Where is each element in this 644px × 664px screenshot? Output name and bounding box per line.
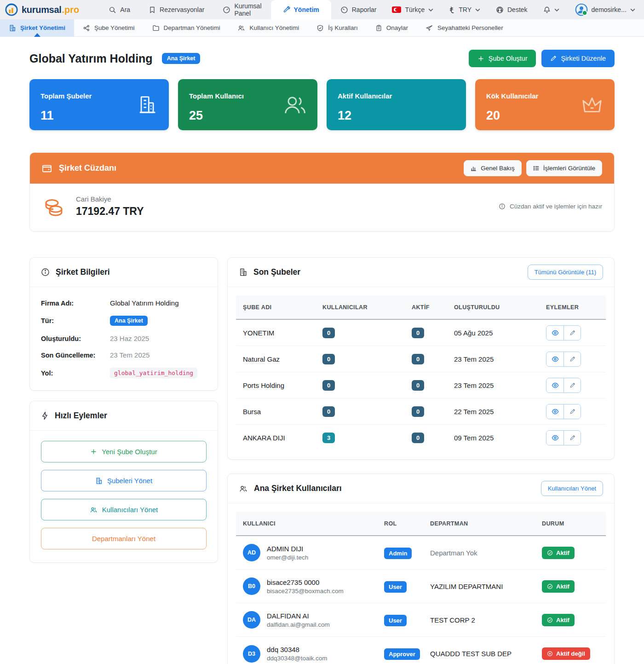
chevron-down-icon — [475, 8, 480, 12]
nav-corporate-panel[interactable]: Kurumsal Panel — [213, 0, 270, 19]
branch-users-count: 0 — [322, 380, 335, 391]
language-selector[interactable]: Türkçe — [385, 0, 440, 19]
brand-suffix: .pro — [62, 5, 80, 15]
role-badge: User — [384, 581, 407, 593]
subnav-business-rules[interactable]: İş Kuralları — [308, 19, 367, 36]
wallet-title: Şirket Cüzdanı — [59, 163, 116, 173]
view-branch-button[interactable] — [546, 352, 564, 366]
view-branch-button[interactable] — [546, 431, 564, 445]
company-info-title: Şirket Bilgileri — [56, 267, 110, 277]
edit-branch-button[interactable] — [564, 404, 581, 419]
check-circle-icon — [547, 550, 553, 556]
building-icon — [95, 477, 103, 485]
branch-row: Ports Holding 0 0 23 Tem 2025 — [236, 372, 606, 398]
view-all-branches-button[interactable]: Tümünü Görüntüle (11) — [528, 265, 603, 280]
plus-icon — [477, 55, 484, 62]
manage-users-button[interactable]: Kullanıcıları Yönet — [541, 481, 603, 496]
edit-branch-button[interactable] — [564, 326, 581, 340]
user-name: DALFIDAN AI — [267, 612, 330, 620]
branch-active-count: 0 — [412, 328, 424, 338]
user-department: QUADDD TEST SUB DEP — [430, 650, 512, 658]
create-branch-button[interactable]: Şube Oluştur — [469, 50, 536, 67]
nav-management[interactable]: Yönetim — [271, 0, 331, 19]
chevron-down-icon — [554, 8, 559, 12]
nav-reservations[interactable]: Rezervasyonlar — [139, 0, 213, 19]
building-icon — [135, 93, 159, 117]
folder-icon — [152, 24, 160, 32]
quick-actions-card: Hızlı Eylemler Yeni Şube Oluştur Şubeler… — [29, 401, 218, 563]
notifications-bell[interactable] — [537, 0, 566, 19]
chevron-down-icon — [428, 8, 433, 12]
wallet-overview-button[interactable]: Genel Bakış — [464, 160, 522, 176]
created-date-value: 23 Haz 2025 — [110, 335, 149, 342]
check-circle-icon — [547, 583, 553, 589]
currency-selector[interactable]: TRY — [443, 0, 487, 19]
branch-created-date: 23 Tem 2025 — [454, 381, 546, 389]
users-icon — [90, 506, 98, 514]
subnav-department-management[interactable]: Departman Yönetimi — [144, 19, 229, 36]
sub-navbar: Şirket Yönetimi Şube Yönetimi Departman … — [0, 19, 644, 37]
role-badge: Admin — [384, 548, 412, 559]
view-branch-button[interactable] — [546, 326, 564, 340]
avatar: D3 — [243, 645, 260, 663]
quick-actions-title: Hızlı Eylemler — [55, 411, 107, 421]
quick-manage-departments-button[interactable]: Departmanları Yönet — [41, 528, 207, 549]
users-table-header: KULLANICI ROL DEPARTMAN DURUM — [236, 512, 606, 536]
user-email: omer@diji.tech — [267, 554, 308, 561]
subnav-user-management[interactable]: Kullanıcı Yönetimi — [229, 19, 308, 36]
user-menu[interactable]: demosirke... — [569, 0, 642, 19]
company-users-title: Ana Şirket Kullanıcıları — [254, 484, 342, 493]
user-name: ddq 30348 — [267, 646, 328, 653]
view-branch-button[interactable] — [546, 378, 564, 393]
edit-branch-button[interactable] — [564, 431, 581, 445]
balance-value: 17192.47 TRY — [76, 205, 144, 218]
nav-reports[interactable]: Raporlar — [331, 0, 386, 19]
lightning-icon — [41, 411, 49, 420]
updated-date-value: 23 Tem 2025 — [110, 351, 150, 359]
branch-created-date: 22 Tem 2025 — [454, 408, 546, 416]
branch-active-count: 0 — [412, 380, 424, 391]
support-link[interactable]: Destek — [489, 0, 534, 19]
stat-root-users: Kök Kullanıcılar 20 — [475, 79, 615, 130]
company-users-card: Ana Şirket Kullanıcıları Kullanıcıları Y… — [227, 473, 615, 664]
branch-active-count: 0 — [412, 354, 424, 364]
branch-name: ANKARA DIJI — [236, 434, 322, 442]
wallet-status-note: Cüzdan aktif ve işlemler için hazır — [510, 203, 602, 210]
status-badge: Aktif değil — [542, 647, 590, 660]
subnav-company-management[interactable]: Şirket Yönetimi — [0, 19, 74, 36]
crown-icon — [580, 94, 604, 116]
subnav-traveling-personnel[interactable]: Seyahatteki Personeller — [417, 19, 512, 36]
quick-manage-branches-button[interactable]: Şubeleri Yönet — [41, 470, 207, 491]
edit-company-button[interactable]: Şirketi Düzenle — [541, 50, 615, 67]
subnav-branch-management[interactable]: Şube Yönetimi — [74, 19, 144, 36]
users-icon — [237, 24, 245, 32]
wallet-transactions-button[interactable]: İşlemleri Görüntüle — [526, 160, 602, 176]
status-badge: Aktif — [542, 614, 575, 626]
user-row: D3 ddq 30348 ddq30348@toaik.com Approver… — [236, 637, 606, 664]
subnav-approvals[interactable]: Onaylar — [367, 19, 417, 36]
brand-logo[interactable]: kurumsal.pro — [5, 3, 79, 17]
user-email: ddq30348@toaik.com — [267, 655, 328, 662]
edit-branch-button[interactable] — [564, 352, 581, 366]
user-name: bisace2735 0000 — [267, 578, 344, 586]
quick-create-branch-button[interactable]: Yeni Şube Oluştur — [41, 441, 207, 462]
quick-manage-users-button[interactable]: Kullanıcıları Yönet — [41, 499, 207, 520]
info-icon — [499, 203, 506, 210]
pencil-icon — [550, 55, 557, 62]
paper-plane-icon — [426, 24, 433, 32]
branch-row: YONETIM 0 0 05 Ağu 2025 — [236, 320, 606, 346]
user-department: TEST CORP 2 — [430, 616, 475, 624]
info-icon — [41, 268, 50, 277]
globe-logo-icon — [5, 3, 18, 17]
stat-total-branches: Toplam Şubeler 11 — [29, 79, 169, 130]
nav-search[interactable]: Ara — [99, 0, 139, 19]
user-name: ADMIN DIJI — [267, 545, 308, 553]
avatar — [575, 3, 588, 16]
branch-created-date: 23 Tem 2025 — [454, 355, 546, 363]
avatar: B0 — [243, 577, 260, 595]
stat-total-users: Toplam Kullanıcı 25 — [178, 79, 317, 130]
view-branch-button[interactable] — [546, 404, 564, 419]
role-badge: Approver — [384, 648, 420, 660]
plus-icon — [90, 448, 97, 455]
edit-branch-button[interactable] — [564, 378, 581, 393]
